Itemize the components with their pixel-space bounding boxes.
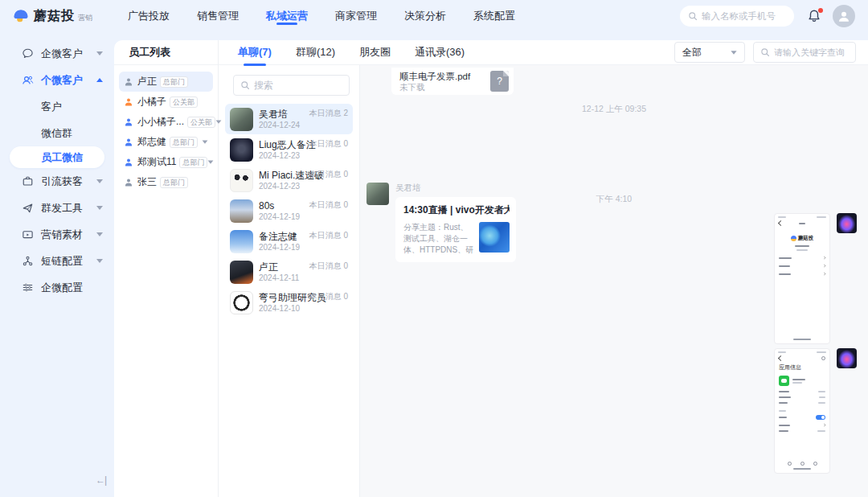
nav-item-ad[interactable]: 广告投放 [114, 0, 183, 32]
chat-header-filters: 全部 [674, 42, 868, 63]
text-line-placeholder [796, 249, 808, 251]
home-indicator [793, 339, 811, 340]
info-icon [821, 356, 825, 360]
text-line-placeholder [779, 410, 786, 412]
keyword-search-input[interactable] [774, 47, 854, 57]
link-message-card[interactable]: 14:30直播 | vivo开发者大会-互... 分享主题：Rust、测试工具、… [395, 197, 516, 262]
brand-logo: 蘑菇投 营销 [0, 8, 114, 25]
employee-row[interactable]: 张三 总部门 [119, 172, 213, 192]
tab-moments[interactable]: 朋友圈 [359, 40, 391, 65]
filter-dropdown[interactable]: 全部 [674, 42, 745, 63]
conversation-row[interactable]: Liug恶人备注2024-12-23 本日消息 0 [225, 134, 353, 165]
conversation-name: Liug恶人备注 [259, 139, 316, 150]
text-line-placeholder [818, 391, 825, 392]
person-icon [124, 158, 133, 167]
employee-name: 郑测试11 [137, 155, 176, 169]
sidebar-item-label: 营销素材 [41, 228, 83, 242]
briefcase-icon [22, 175, 34, 187]
notification-badge-dot [818, 8, 823, 13]
chat-bubble-icon [22, 47, 34, 60]
conversation-name: 吴君培 [259, 109, 300, 120]
conversation-row[interactable]: 80s2024-12-19 本日消息 0 [225, 195, 353, 226]
sidebar-item-lead-acquisition[interactable]: 引流获客 [0, 168, 114, 195]
tab-group-chat[interactable]: 群聊(12) [296, 40, 335, 65]
conversation-name: 80s [259, 200, 300, 212]
sidebar-item-shortlink-config[interactable]: 短链配置 [0, 248, 114, 274]
conversation-date: 2024-12-10 [259, 303, 326, 314]
own-avatar[interactable] [837, 213, 857, 233]
sidebar-collapse-icon[interactable]: ←| [96, 474, 106, 486]
conversation-row[interactable]: 吴君培2024-12-24 本日消息 2 [225, 104, 353, 134]
employee-panel: 员工列表 卢正 总部门 小橘子 公关部 小小橘子... 公关部 [114, 40, 219, 497]
conversation-name: 卢正 [259, 261, 299, 273]
sidebar-item-wecom-customers[interactable]: 企微客户 [0, 40, 114, 67]
notification-bell-icon[interactable] [807, 9, 821, 23]
chevron-down-icon[interactable] [96, 259, 103, 263]
phone-action-icon [813, 462, 817, 466]
employee-row[interactable]: 郑测试11 总部门 [119, 152, 213, 172]
avatar [230, 138, 253, 162]
home-indicator [793, 468, 811, 470]
conversation-list-panel: 吴君培2024-12-24 本日消息 2 Liug恶人备注2024-12-23 … [219, 65, 360, 497]
conversation-row[interactable]: 备注志健2024-12-19 本日消息 0 [225, 226, 353, 257]
sidebar-subitem-wechat-groups[interactable]: 微信群 [0, 120, 114, 146]
avatar [230, 108, 253, 131]
conversation-row[interactable]: 卢正2024-12-11 本日消息 0 [225, 257, 353, 287]
tab-single-chat[interactable]: 单聊(7) [238, 40, 272, 65]
employee-row[interactable]: 小小橘子... 公关部 [119, 112, 213, 132]
employee-row[interactable]: 卢正 总部门 [119, 72, 213, 92]
chevron-down-icon[interactable] [208, 160, 214, 163]
paper-plane-icon [22, 202, 34, 214]
user-avatar[interactable] [833, 5, 855, 27]
nav-item-decision[interactable]: 决策分析 [391, 0, 460, 32]
text-line-placeholder [779, 430, 788, 432]
nav-item-system[interactable]: 系统配置 [460, 0, 529, 32]
app-root: 蘑菇投 营销 广告投放 销售管理 私域运营 商家管理 决策分析 系统配置 [0, 0, 868, 497]
conversation-date: 2024-12-23 [259, 150, 316, 161]
media-folder-icon [22, 228, 34, 240]
employee-name: 小小橘子... [137, 115, 184, 129]
avatar [230, 169, 253, 192]
employee-row[interactable]: 郑志健 总部门 [119, 132, 213, 152]
sidebar-item-mass-send-tools[interactable]: 群发工具 [0, 195, 114, 221]
sidebar-item-personal-wechat[interactable]: 个微客户 [0, 67, 114, 93]
nav-item-merchant[interactable]: 商家管理 [321, 0, 391, 32]
sidebar-subitem-employee-wechat[interactable]: 员工微信 [10, 146, 104, 168]
navbar-right [680, 5, 868, 27]
sidebar-subitem-customers[interactable]: 客户 [0, 93, 114, 120]
chevron-down-icon[interactable] [96, 206, 103, 210]
conversation-row[interactable]: 弯弓助理研究员2024-12-10 本日消息 0 [225, 287, 353, 318]
global-search-input[interactable] [702, 11, 790, 21]
chevron-down-icon[interactable] [203, 140, 208, 143]
sidebar: 企微客户 个微客户 客户 微信群 员工微信 引流获客 群发工具 营销素材 短 [0, 32, 114, 497]
employee-row[interactable]: 小橘子 公关部 [119, 92, 213, 112]
chevron-down-icon[interactable] [96, 51, 103, 55]
conversation-search-input[interactable] [254, 80, 342, 91]
file-message-card[interactable]: 顺丰电子发票.pdf 未下载 ? [391, 68, 514, 95]
conversation-row[interactable]: Mi Piaci.速速破2024-12-23 本日消息 0 [225, 165, 353, 195]
phone-brand-text: 蘑菇投 [798, 235, 814, 242]
own-avatar[interactable] [837, 348, 857, 368]
sidebar-item-marketing-materials[interactable]: 营销素材 [0, 221, 114, 248]
toggle-switch [816, 415, 825, 420]
search-icon [240, 80, 250, 90]
keyword-search [753, 42, 856, 63]
nav-item-sales[interactable]: 销售管理 [183, 0, 252, 32]
tab-contacts[interactable]: 通讯录(36) [415, 40, 465, 65]
image-message-phone-screenshot[interactable]: 应用信息 [774, 348, 830, 474]
chevron-down-icon[interactable] [96, 232, 103, 236]
today-message-count: 本日消息 0 [309, 291, 348, 302]
chevron-down-icon[interactable] [216, 120, 222, 123]
chevron-down-icon[interactable] [96, 179, 103, 183]
chevron-up-icon[interactable] [96, 78, 103, 82]
nav-item-private-domain[interactable]: 私域运营 [252, 0, 321, 32]
person-icon [124, 138, 133, 147]
chevron-right-icon [822, 272, 825, 275]
image-message-phone-screenshot[interactable]: 蘑菇投 [774, 213, 830, 344]
global-search [680, 6, 794, 27]
avatar [230, 199, 253, 223]
today-message-count: 本日消息 0 [309, 261, 348, 272]
chat-panel: 单聊(7) 群聊(12) 朋友圈 通讯录(36) 全部 [219, 40, 868, 497]
text-line-placeholder [792, 379, 805, 380]
sidebar-item-wecom-config[interactable]: 企微配置 [0, 274, 114, 301]
